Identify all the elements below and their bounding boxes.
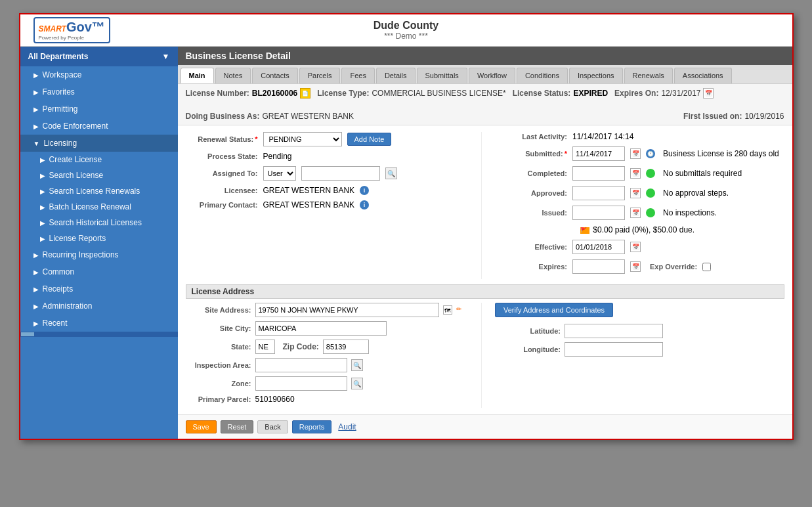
- longitude-input[interactable]: [565, 342, 663, 357]
- main-form: Renewal Status: PENDING Add Note Process…: [178, 125, 792, 414]
- tab-conditions[interactable]: Conditions: [517, 68, 568, 83]
- verify-address-button[interactable]: Verify Address and Coordinates: [495, 303, 613, 317]
- completed-input[interactable]: [572, 166, 625, 181]
- search-icon[interactable]: 🔍: [351, 378, 363, 389]
- issued-input[interactable]: [572, 206, 625, 220]
- chevron-down-icon: ▼: [33, 140, 40, 147]
- sidebar-item-batch-license-renewal[interactable]: ▶ Batch License Renewal: [20, 199, 178, 215]
- scroll-thumb: [21, 332, 34, 336]
- sidebar-item-recurring-inspections[interactable]: ▶ Recurring Inspections: [20, 246, 178, 263]
- state-input[interactable]: [255, 340, 275, 354]
- sidebar-item-workspace[interactable]: ▶ Workspace: [20, 66, 178, 83]
- audit-link[interactable]: Audit: [338, 422, 356, 431]
- sidebar-item-label: Receipts: [43, 284, 74, 294]
- sidebar-item-license-reports[interactable]: ▶ License Reports: [20, 231, 178, 246]
- approved-input[interactable]: [572, 186, 625, 200]
- expires-on-field: Expires On: 12/31/2017 📅: [614, 88, 714, 99]
- chevron-right-icon: ▶: [33, 72, 39, 79]
- sidebar-item-code-enforcement[interactable]: ▶ Code Enforcement: [20, 118, 178, 135]
- sidebar-item-label: Favorites: [43, 87, 75, 97]
- approved-row: Approved: 📅 No approval steps.: [495, 186, 784, 200]
- header: SMARTGov™ Powered by People Dude County …: [20, 14, 792, 47]
- tab-submittals[interactable]: Submittals: [417, 68, 467, 83]
- tab-fees[interactable]: Fees: [341, 68, 374, 83]
- calendar-icon[interactable]: 📅: [630, 188, 641, 198]
- sidebar-item-search-license[interactable]: ▶ Search License: [20, 167, 178, 183]
- save-button[interactable]: Save: [186, 420, 217, 433]
- sidebar-item-label: Recent: [43, 319, 68, 328]
- info-icon[interactable]: i: [360, 200, 369, 209]
- map-icon[interactable]: 🗺: [443, 305, 452, 315]
- sidebar-item-search-historical-licenses[interactable]: ▶ Search Historical Licenses: [20, 215, 178, 231]
- info-icon[interactable]: i: [360, 186, 369, 195]
- assigned-to-input[interactable]: [301, 166, 380, 181]
- license-number-label: License Number:: [186, 89, 249, 98]
- search-icon[interactable]: 🔍: [385, 167, 397, 179]
- exp-override-checkbox[interactable]: [702, 263, 711, 271]
- latitude-input[interactable]: [565, 324, 663, 338]
- sidebar-item-receipts[interactable]: ▶ Receipts: [20, 280, 178, 298]
- primary-parcel-row: Primary Parcel: 510190660: [186, 395, 475, 404]
- reset-button[interactable]: Reset: [221, 420, 254, 433]
- expires-row: Expires: 📅 Exp Override:: [495, 259, 784, 274]
- sidebar-scrollbar[interactable]: [20, 332, 178, 337]
- license-info-bar: License Number: BL20160006 📄 License Typ…: [178, 84, 792, 125]
- calendar-icon[interactable]: 📅: [630, 168, 641, 179]
- zip-input[interactable]: [323, 340, 369, 354]
- assigned-to-type-select[interactable]: User: [263, 166, 296, 181]
- assigned-to-label: Assigned To:: [186, 169, 258, 177]
- sidebar-item-administration[interactable]: ▶ Administration: [20, 298, 178, 315]
- sidebar-item-label: Workspace: [43, 70, 82, 79]
- edit-icon[interactable]: ✏: [456, 305, 465, 315]
- sidebar-item-label: Licensing: [43, 139, 77, 148]
- sidebar-item-common[interactable]: ▶ Common: [20, 263, 178, 280]
- sidebar-item-licensing[interactable]: ▼ Licensing: [20, 135, 178, 152]
- tab-associations[interactable]: Associations: [674, 68, 732, 83]
- zone-input[interactable]: [255, 376, 347, 391]
- latitude-row: Latitude:: [495, 324, 784, 338]
- add-note-button[interactable]: Add Note: [347, 133, 392, 146]
- back-button[interactable]: Back: [257, 420, 288, 433]
- calendar-icon[interactable]: 📅: [703, 88, 714, 99]
- license-icon-btn[interactable]: 📄: [300, 88, 310, 99]
- tab-details[interactable]: Details: [376, 68, 416, 83]
- sidebar-header[interactable]: All Departments ▼: [20, 47, 178, 66]
- clock-icon: 🕐: [646, 149, 655, 158]
- inspection-area-input[interactable]: [255, 358, 347, 372]
- primary-contact-value: GREAT WESTERN BANK: [263, 200, 355, 209]
- check-icon: [646, 208, 655, 217]
- chevron-right-icon: ▶: [33, 286, 39, 293]
- calendar-icon[interactable]: 📅: [630, 148, 641, 159]
- submitted-input[interactable]: [572, 146, 625, 161]
- calendar-icon[interactable]: 📅: [630, 242, 641, 252]
- site-address-input[interactable]: [255, 303, 439, 317]
- sidebar-item-recent[interactable]: ▶ Recent: [20, 315, 178, 332]
- sidebar-item-permitting[interactable]: ▶ Permitting: [20, 100, 178, 118]
- calendar-icon[interactable]: 📅: [630, 261, 641, 272]
- reports-button[interactable]: Reports: [292, 420, 332, 433]
- effective-input[interactable]: [572, 240, 625, 254]
- renewal-status-select[interactable]: PENDING: [263, 132, 342, 146]
- tab-inspections[interactable]: Inspections: [569, 68, 623, 83]
- chevron-right-icon: ▶: [33, 89, 39, 96]
- tab-workflow[interactable]: Workflow: [469, 68, 515, 83]
- check-icon: [646, 169, 655, 178]
- chevron-right-icon: ▶: [40, 172, 45, 179]
- tab-parcels[interactable]: Parcels: [299, 68, 341, 83]
- tab-notes[interactable]: Notes: [215, 68, 251, 83]
- issued-row: Issued: 📅 No inspections.: [495, 206, 784, 220]
- sidebar-item-favorites[interactable]: ▶ Favorites: [20, 83, 178, 100]
- expires-input[interactable]: [572, 259, 625, 274]
- license-address-label: License Address: [192, 287, 255, 296]
- approved-label: Approved:: [495, 189, 567, 197]
- inspection-area-label: Inspection Area:: [186, 361, 251, 369]
- calendar-icon[interactable]: 📅: [630, 208, 641, 218]
- tab-contacts[interactable]: Contacts: [252, 68, 297, 83]
- tab-renewals[interactable]: Renewals: [624, 68, 673, 83]
- search-icon[interactable]: 🔍: [351, 359, 363, 371]
- tab-main[interactable]: Main: [181, 68, 214, 83]
- submitted-row: Submitted: 📅 🕐 Business License is 280 d…: [495, 146, 784, 161]
- site-city-input[interactable]: [255, 321, 387, 336]
- sidebar-item-search-license-renewals[interactable]: ▶ Search License Renewals: [20, 183, 178, 199]
- sidebar-item-create-license[interactable]: ▶ Create License: [20, 152, 178, 167]
